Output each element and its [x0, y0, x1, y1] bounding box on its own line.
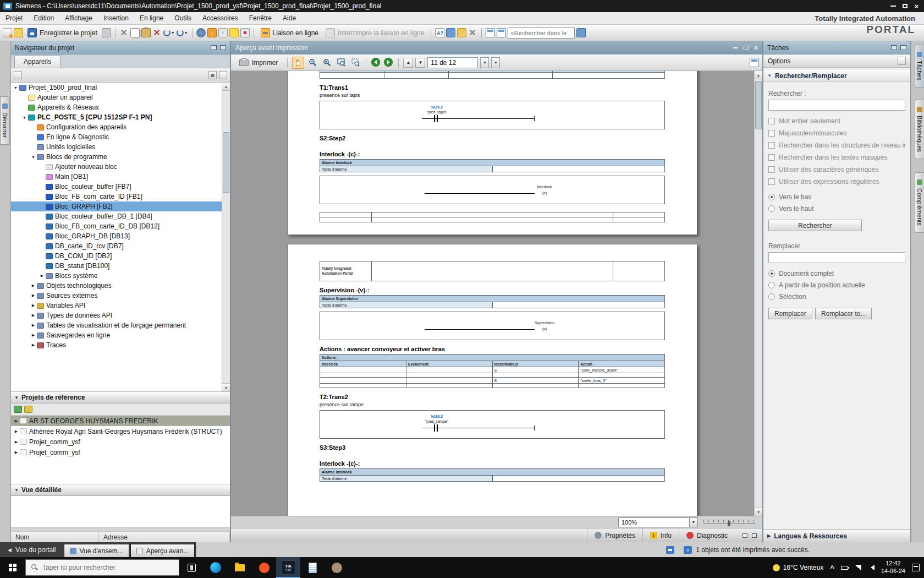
reference-item-ar-st-georges[interactable]: AR ST GEORGES HUYSMANS FREDERIK: [11, 416, 230, 426]
previous-page-icon[interactable]: ▲: [403, 58, 413, 68]
zoom-in-icon[interactable]: [321, 57, 333, 69]
gimp-button[interactable]: [324, 557, 349, 578]
scrollbar-thumb[interactable]: [755, 81, 762, 129]
tree-item-watch-tables[interactable]: Tables de visualisation et de forçage pe…: [11, 320, 222, 330]
tab-complements[interactable]: Compléments: [915, 172, 924, 233]
copy-icon[interactable]: [130, 28, 140, 37]
find-replace-header[interactable]: ▼ Rechercher/Remplacer: [763, 70, 910, 82]
zoom-selection-icon[interactable]: [349, 57, 361, 69]
menu-projet[interactable]: Projet: [0, 13, 28, 24]
tree-item-external-sources[interactable]: Sources externes: [11, 291, 222, 301]
page-dropdown-icon[interactable]: ▼: [480, 57, 489, 68]
redo-dropdown-icon[interactable]: ▼: [184, 31, 188, 35]
collapse-icon[interactable]: [13, 429, 19, 434]
collapse-icon[interactable]: [30, 303, 36, 308]
radio-selection[interactable]: Sélection: [768, 291, 905, 302]
options-icon[interactable]: [898, 57, 906, 65]
scroll-up-icon[interactable]: ▲: [755, 71, 762, 79]
project-search-input[interactable]: [508, 28, 575, 39]
notepad-button[interactable]: [300, 557, 324, 578]
tree-scrollbar[interactable]: ▲ ▼: [222, 83, 230, 391]
network-icon[interactable]: [855, 565, 861, 570]
tree-item-devices-networks[interactable]: Appareils & Réseaux: [11, 102, 222, 112]
tree-item-bloc-fb-com-carte-id-db[interactable]: Bloc_FB_com_carte_ID_DB [DB12]: [11, 221, 222, 231]
cut-icon[interactable]: [119, 28, 129, 37]
reference-item-projet-comm-ysf-1[interactable]: Projet_comm_ysf: [11, 437, 230, 447]
float-panel-icon[interactable]: [744, 46, 749, 50]
page-number-input[interactable]: [431, 59, 475, 67]
page-layout-icon[interactable]: [750, 58, 759, 67]
program-info-icon[interactable]: [457, 28, 466, 37]
zoom-select[interactable]: 100%▼: [618, 517, 698, 527]
tree-item-technology-objects[interactable]: Objets technologiques: [11, 281, 222, 291]
close-panel-icon[interactable]: ×: [754, 45, 758, 51]
volume-icon[interactable]: [868, 565, 875, 570]
checkbox-hidden-texts[interactable]: Rechercher dans les textes masqués: [768, 151, 905, 163]
tia-portal-button[interactable]: TIA V16: [276, 557, 300, 578]
column-nom[interactable]: Nom: [11, 532, 99, 542]
checkbox-match-case[interactable]: Majuscules/minuscules: [768, 127, 905, 139]
file-explorer-button[interactable]: [228, 557, 252, 578]
imprimer-button[interactable]: Imprimer: [234, 58, 283, 68]
menu-edition[interactable]: Edition: [28, 13, 59, 24]
collapse-icon[interactable]: [30, 293, 36, 298]
menu-en-ligne[interactable]: En ligne: [134, 13, 169, 24]
undo-dropdown-icon[interactable]: ▼: [171, 31, 175, 35]
rechercher-button[interactable]: Rechercher: [768, 220, 862, 231]
overview-tab[interactable]: Vue d'ensem...: [64, 544, 129, 557]
minimize-icon[interactable]: [890, 6, 896, 7]
zoom-out-icon[interactable]: [306, 57, 318, 69]
expand-inspector-icon[interactable]: [743, 533, 747, 538]
scroll-down-icon[interactable]: ▼: [222, 383, 230, 391]
split-editor-vertical-icon[interactable]: [497, 28, 506, 37]
tree-item-program-blocks[interactable]: Blocs de programme: [11, 152, 222, 162]
collapse-icon[interactable]: [13, 440, 19, 444]
compile-icon[interactable]: [196, 28, 206, 37]
tree-item-software-units[interactable]: Unités logicielles: [11, 142, 222, 152]
collapse-inspector-icon[interactable]: [752, 533, 757, 538]
edge-button[interactable]: [204, 557, 228, 578]
radio-whole-document[interactable]: Document complet: [768, 268, 905, 279]
menu-affichage[interactable]: Affichage: [59, 13, 98, 24]
stop-cpu-icon[interactable]: [240, 28, 250, 37]
print-icon[interactable]: [102, 28, 111, 37]
undo-icon[interactable]: [163, 29, 170, 36]
tree-item-main-ob1[interactable]: Main [OB1]: [11, 172, 222, 182]
delete-icon[interactable]: [152, 28, 162, 37]
project-library-icon[interactable]: [576, 28, 586, 37]
checkbox-whole-word[interactable]: Mot entier seulement: [768, 115, 905, 127]
go-offline-button[interactable]: Interrompre la liaison en ligne: [323, 27, 427, 39]
tree-item-db-statut[interactable]: DB_statut [DB100]: [11, 261, 222, 271]
tree-item-add-new-block[interactable]: Ajouter nouveau bloc: [11, 162, 222, 172]
languages-resources-bar[interactable]: ▶ Langues & Ressources: [763, 529, 910, 542]
pages-scroller[interactable]: Interlock Evénement Identificateur Actio…: [231, 71, 754, 516]
start-button[interactable]: [0, 557, 25, 578]
reference-item-athenee-royal[interactable]: Athénée Royal Agri Saint-Georges Huysman…: [11, 426, 230, 437]
scrollbar-thumb[interactable]: [223, 132, 229, 193]
new-project-icon[interactable]: [3, 28, 12, 37]
tree-item-system-blocks[interactable]: Blocs système: [11, 271, 222, 281]
printer-status-icon[interactable]: [666, 546, 674, 554]
reference-projects-header[interactable]: ▼ Projets de référence: [11, 391, 230, 403]
taskbar-search[interactable]: [25, 559, 179, 576]
save-project-button[interactable]: Enregistrer le projet: [25, 27, 100, 39]
expand-icon[interactable]: [13, 86, 19, 90]
collapse-icon[interactable]: [39, 274, 45, 278]
upload-from-device-icon[interactable]: ↑: [218, 28, 228, 37]
start-cpu-icon[interactable]: [229, 28, 239, 37]
menu-accessoires[interactable]: Accessoires: [197, 13, 244, 24]
radio-from-position[interactable]: A partir de la position actuelle: [768, 279, 905, 291]
list-view-icon[interactable]: ▦: [208, 71, 217, 79]
brave-button[interactable]: [252, 557, 276, 578]
action-center-icon[interactable]: [912, 564, 920, 571]
tree-item-plc-poste-5[interactable]: PLC_POSTE_5 [CPU 1512SP F-1 PN]: [11, 112, 222, 122]
page-number-field[interactable]: [427, 57, 478, 68]
tree-item-project-root[interactable]: Projet_1500_prod_final: [11, 83, 222, 92]
zoom-page-icon[interactable]: [335, 57, 347, 69]
tab-appareils[interactable]: Appareils: [14, 56, 61, 68]
next-page-icon[interactable]: ▼: [415, 58, 425, 68]
preview-viewport[interactable]: Interlock Evénement Identificateur Actio…: [231, 71, 762, 516]
column-adresse[interactable]: Adresse: [99, 532, 230, 542]
portal-view-button[interactable]: ◀ Vue du portail: [0, 542, 64, 557]
zoom-slider[interactable]: [703, 519, 756, 526]
